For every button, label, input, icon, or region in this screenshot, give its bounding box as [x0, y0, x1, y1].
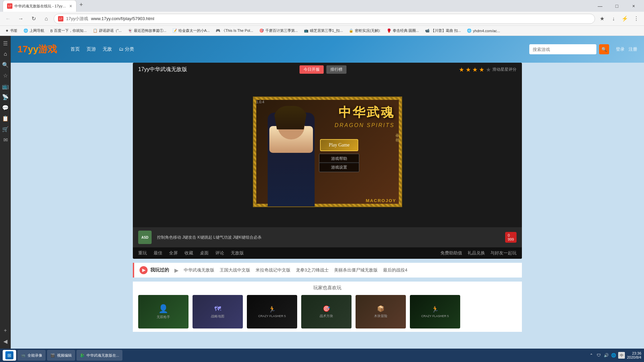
bookmark-item[interactable]: 📺 瞄芝居第三季1_扣... [301, 27, 345, 34]
sidebar-add-icon[interactable]: + [1, 326, 10, 335]
sidebar-star-icon[interactable]: ☆ [1, 71, 10, 80]
bookmark-icon: 👻 [128, 28, 132, 33]
sidebar-search-icon[interactable]: 🔍 [1, 60, 10, 69]
bookmark-item[interactable]: 👻 最近恐怖故事篇①... [125, 27, 169, 34]
history-game-2[interactable]: 王国大战中文版 [220, 267, 250, 273]
history-game-4[interactable]: 龙拳3之刀锋战士 [296, 267, 329, 273]
rank-button[interactable]: 排行榜 [326, 65, 346, 74]
tray-network-icon[interactable]: 🌐 [611, 353, 616, 358]
star-button[interactable]: ★ [597, 14, 607, 24]
bookmark-item[interactable]: 📝 给金森太一的小A... [170, 27, 213, 34]
full-recorder-label: 全能录像 [28, 353, 42, 358]
star-4[interactable]: ★ [479, 66, 484, 73]
history-game-3[interactable]: 米拉奇战记中文版 [256, 267, 290, 273]
sidebar-chat-icon[interactable]: 💬 [1, 103, 10, 112]
bookmark-item[interactable]: 🥊 拳击经典:圆圈... [384, 27, 422, 34]
star-5[interactable]: ★ [486, 66, 491, 73]
tray-volume-icon[interactable]: 🔊 [603, 353, 609, 358]
bookmark-item[interactable]: 🔒 密柜实况(无解): [346, 27, 383, 34]
sidebar-menu-icon[interactable]: ☰ [1, 39, 10, 48]
bookmark-item[interactable]: 🌐 上网导航 [21, 27, 47, 34]
history-game-5[interactable]: 美丽杀出僵尸城无敌版 [334, 267, 378, 273]
taskbar-game-tab[interactable]: 🐉 中华武魂无敌版在... [76, 350, 122, 361]
action-free-boost[interactable]: 免费助助值 [440, 250, 462, 256]
action-invincible[interactable]: 无敌版 [231, 250, 244, 256]
game-thumb-1: 👤 无双枪手 [138, 295, 189, 328]
recommend-game-4[interactable]: 🎯 战术方块 [301, 295, 352, 328]
star-3[interactable]: ★ [472, 66, 478, 73]
new-tab-button[interactable]: + [76, 0, 86, 9]
bookmark-icon: 📹 [425, 28, 430, 33]
login-link[interactable]: 登录 [616, 46, 625, 52]
search-button[interactable]: 🔍 [599, 44, 609, 54]
sidebar-mail-icon[interactable]: ✉ [1, 135, 10, 144]
close-button[interactable]: × [626, 0, 641, 12]
nav-page-game[interactable]: 页游 [87, 46, 96, 52]
sidebar-home-icon[interactable]: ⌂ [1, 49, 10, 59]
nav-invincible[interactable]: 无敌 [103, 46, 112, 52]
action-best[interactable]: 最佳 [154, 250, 162, 256]
action-fullscreen[interactable]: 全屏 [169, 250, 178, 256]
recommend-game-3[interactable]: 🏃 CRAZY FLASHER 5 [247, 295, 297, 328]
menu-button[interactable]: ⋮ [631, 14, 641, 24]
sidebar-tv-icon[interactable]: 📺 [1, 81, 10, 91]
recommend-game-2[interactable]: 🗺 战略地图 [193, 295, 243, 328]
bookmark-item[interactable]: 🌐 yhdm4.com/ac... [464, 28, 503, 34]
open-server-button[interactable]: 今日开服 [300, 65, 324, 74]
back-button[interactable]: ← [3, 13, 13, 24]
recommend-game-5[interactable]: 📦 木块冒险 [356, 295, 406, 328]
play-game-button[interactable]: Play Game [320, 139, 358, 151]
taskbar-full-recorder[interactable]: 📹 全能录像 [17, 350, 46, 361]
bookmark-this-is-the-pol[interactable]: 🎮 《This Is The Pol... [213, 27, 256, 34]
forward-button[interactable]: → [15, 13, 26, 24]
tray-expand-icon[interactable]: ⌃ [589, 353, 594, 358]
action-favorite[interactable]: 收藏 [184, 250, 193, 256]
bookmark-item[interactable]: 📋 辟谣辟谣（"... [90, 27, 124, 34]
action-replay[interactable]: 重玩 [138, 250, 147, 256]
bookmark-item[interactable]: ★ 书签 [3, 27, 20, 34]
game-settings-button[interactable]: 游戏设置 [319, 162, 359, 172]
action-comment[interactable]: 评论 [215, 250, 224, 256]
sidebar-list-icon[interactable]: 📋 [1, 114, 10, 123]
search-input[interactable] [529, 44, 596, 54]
nav-home[interactable]: 首页 [70, 46, 80, 52]
sidebar-collapse-icon[interactable]: ◀ [1, 337, 10, 346]
refresh-button[interactable]: ↻ [28, 13, 39, 24]
taskbar-items: 📹 全能录像 🎬 视频编辑 🐉 中华武魂无敌版在... [17, 350, 587, 361]
action-gift-exchange[interactable]: 礼品兑换 [468, 250, 485, 256]
start-button[interactable]: ⊞ [3, 350, 16, 361]
star-1[interactable]: ★ [459, 66, 464, 73]
home-button[interactable]: ⌂ [41, 13, 52, 24]
logo-yy: yy [28, 44, 38, 54]
bookmark-item[interactable]: 🎯 千磨百计第三季第... [257, 27, 301, 34]
game-help-button[interactable]: 游戏帮助 [319, 154, 359, 163]
minimize-button[interactable]: — [592, 0, 608, 12]
game-name-6: CRAZY FLASHER 5 [420, 314, 450, 318]
tab-close-btn[interactable]: × [69, 3, 72, 9]
star-2[interactable]: ★ [466, 66, 471, 73]
game-content[interactable]: 1.0.4 中华武魂 [253, 97, 402, 207]
action-desktop[interactable]: 桌面 [200, 250, 209, 256]
bookmark-item[interactable]: B 百度一下，你就知... [48, 27, 90, 34]
active-tab[interactable]: 17 中华武魂无敌版在线玩 - 17yy小游戏 × [3, 0, 76, 12]
action-play-with-friends[interactable]: 与好友一起玩 [490, 250, 517, 256]
history-game-1[interactable]: 中华武魂无敌版 [184, 267, 214, 273]
sidebar-live-icon[interactable]: 📡 [1, 92, 10, 102]
tab-bar: 17 中华武魂无敌版在线玩 - 17yy小游戏 × + [3, 0, 590, 12]
maximize-button[interactable]: □ [609, 0, 625, 12]
toolbar: ← → ↻ ⌂ 17 17yy小游戏 www.17yy.com/f/play/5… [0, 12, 644, 26]
recommend-game-6[interactable]: 🏃 CRAZY FLASHER 5 [410, 295, 460, 328]
download-button[interactable]: ↓ [608, 14, 619, 24]
nav-category[interactable]: 🗂 分类 [119, 46, 134, 52]
taskbar-video-editor[interactable]: 🎬 视频编辑 [47, 350, 75, 361]
extensions-button[interactable]: ⚡ [620, 14, 630, 24]
recommend-game-1[interactable]: 👤 无双枪手 [138, 295, 189, 328]
bookmark-item[interactable]: 📹 【川普】葛曲 扣... [422, 27, 464, 34]
star-rating[interactable]: ★ ★ ★ ★ ★ 滑动星星评分 [459, 66, 517, 73]
game-header-buttons: 今日开服 排行榜 [300, 65, 346, 74]
register-link[interactable]: 注册 [629, 46, 637, 52]
history-game-6[interactable]: 最后的战役4 [383, 267, 407, 273]
language-indicator[interactable]: 中 [618, 352, 625, 359]
address-bar[interactable]: 17 17yy小游戏 www.17yy.com/f/play/57903.htm… [54, 14, 595, 24]
sidebar-cart-icon[interactable]: 🛒 [1, 124, 10, 134]
